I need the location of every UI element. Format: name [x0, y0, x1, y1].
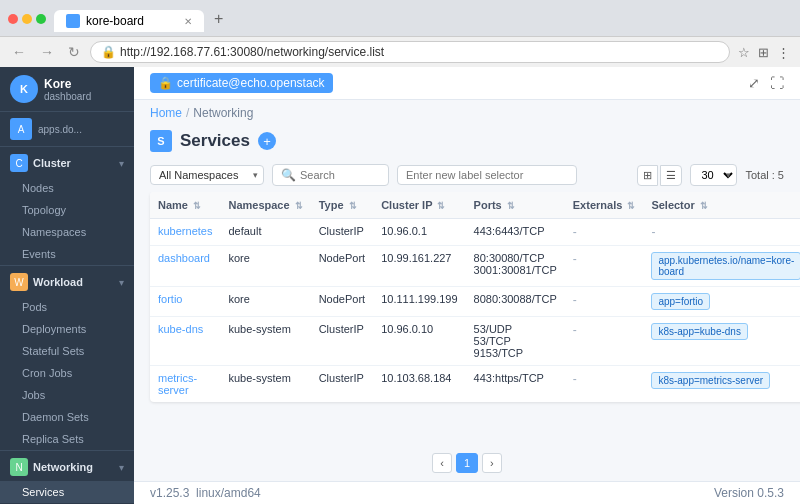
- cell-ports: 443:6443/TCP: [466, 219, 565, 246]
- col-selector[interactable]: Selector ⇅: [643, 192, 800, 219]
- page-header: S Services +: [134, 126, 800, 160]
- maximize-dot[interactable]: [36, 14, 46, 24]
- sidebar-item-pods[interactable]: Pods: [0, 296, 134, 318]
- back-button[interactable]: ←: [8, 42, 30, 62]
- cell-cluster-ip: 10.96.0.10: [373, 317, 465, 366]
- address-bar[interactable]: 🔒 http://192.168.77.61:30080/networking/…: [90, 41, 730, 63]
- new-tab-btn[interactable]: +: [206, 6, 231, 32]
- col-type[interactable]: Type ⇅: [311, 192, 373, 219]
- cell-selector: -: [643, 219, 800, 246]
- close-dot[interactable]: [8, 14, 18, 24]
- next-page-btn[interactable]: ›: [482, 453, 502, 473]
- minimize-dot[interactable]: [22, 14, 32, 24]
- search-input[interactable]: [300, 169, 380, 181]
- breadcrumb-home[interactable]: Home: [150, 106, 182, 120]
- col-name[interactable]: Name ⇅: [150, 192, 220, 219]
- tab-close-btn[interactable]: ✕: [184, 16, 192, 27]
- col-cluster-ip[interactable]: Cluster IP ⇅: [373, 192, 465, 219]
- forward-button[interactable]: →: [36, 42, 58, 62]
- cell-cluster-ip: 10.99.161.227: [373, 246, 465, 287]
- type-sort-icon: ⇅: [349, 201, 357, 211]
- sidebar-item-nodes[interactable]: Nodes: [0, 177, 134, 199]
- fullscreen-btn[interactable]: ⛶: [770, 75, 784, 91]
- sidebar-item-services[interactable]: Services: [0, 481, 134, 503]
- breadcrumb-section: Networking: [193, 106, 253, 120]
- cell-namespace: kore: [220, 287, 310, 317]
- sidebar-item-deployments[interactable]: Deployments: [0, 318, 134, 340]
- col-namespace[interactable]: Namespace ⇅: [220, 192, 310, 219]
- page-title: Services: [180, 131, 250, 151]
- sidebar-item-namespaces[interactable]: Namespaces: [0, 221, 134, 243]
- cell-namespace: kore: [220, 246, 310, 287]
- refresh-button[interactable]: ↻: [64, 42, 84, 62]
- page-1-btn[interactable]: 1: [456, 453, 478, 473]
- cell-selector: app.kubernetes.io/name=kore-board: [643, 246, 800, 287]
- sidebar-item-cronjobs[interactable]: Cron Jobs: [0, 362, 134, 384]
- search-box: 🔍: [272, 164, 389, 186]
- sidebar-item-statefulsets[interactable]: Stateful Sets: [0, 340, 134, 362]
- expand-btn[interactable]: ⤢: [748, 75, 760, 91]
- table-row[interactable]: fortiokoreNodePort10.111.199.1998080:300…: [150, 287, 800, 317]
- selector-sort-icon: ⇅: [700, 201, 708, 211]
- sidebar-section-networking: N Networking ▾ Services Ingresses Endpoi…: [0, 451, 134, 504]
- list-view-btn[interactable]: ☰: [660, 165, 682, 186]
- user-label: apps.do...: [38, 124, 82, 135]
- sidebar-item-jobs[interactable]: Jobs: [0, 384, 134, 406]
- cluster-chevron-icon: ▾: [119, 158, 124, 169]
- user-icon: A: [10, 118, 32, 140]
- cell-selector: k8s-app=metrics-server: [643, 366, 800, 403]
- star-btn[interactable]: ☆: [736, 43, 752, 62]
- col-ports[interactable]: Ports ⇅: [466, 192, 565, 219]
- sidebar-item-events[interactable]: Events: [0, 243, 134, 265]
- workload-chevron-icon: ▾: [119, 277, 124, 288]
- networking-chevron-icon: ▾: [119, 462, 124, 473]
- cell-ports: 8080:30088/TCP: [466, 287, 565, 317]
- cert-icon: 🔒: [158, 76, 173, 90]
- sidebar-section-cluster: C Cluster ▾ Nodes Topology Namespaces Ev…: [0, 147, 134, 266]
- browser-chrome: kore-board ✕ +: [0, 0, 800, 36]
- sidebar-item-daemonsets[interactable]: Daemon Sets: [0, 406, 134, 428]
- tab-favicon: [66, 14, 80, 28]
- address-text: http://192.168.77.61:30080/networking/se…: [120, 45, 384, 59]
- cluster-section-header[interactable]: C Cluster ▾: [0, 147, 134, 177]
- label-selector-input[interactable]: [397, 165, 577, 185]
- networking-section-icon: N: [10, 458, 28, 476]
- breadcrumb-separator: /: [186, 106, 189, 120]
- total-count: Total : 5: [745, 169, 784, 181]
- prev-page-btn[interactable]: ‹: [432, 453, 452, 473]
- sidebar-item-topology[interactable]: Topology: [0, 199, 134, 221]
- browser-actions: ☆ ⊞ ⋮: [736, 43, 792, 62]
- cell-namespace: default: [220, 219, 310, 246]
- grid-view-btn[interactable]: ⊞: [637, 165, 658, 186]
- logo-text: Kore: [44, 77, 91, 91]
- table-row[interactable]: kubernetesdefaultClusterIP10.96.0.1443:6…: [150, 219, 800, 246]
- cell-namespace: kube-system: [220, 317, 310, 366]
- active-tab[interactable]: kore-board ✕: [54, 10, 204, 32]
- table-row[interactable]: dashboardkoreNodePort10.99.161.22780:300…: [150, 246, 800, 287]
- cell-externals: -: [565, 246, 644, 287]
- cluster-section-label: Cluster: [33, 157, 119, 169]
- breadcrumb: Home / Networking: [134, 100, 800, 126]
- networking-section-header[interactable]: N Networking ▾: [0, 451, 134, 481]
- cell-selector: app=fortio: [643, 287, 800, 317]
- cell-externals: -: [565, 287, 644, 317]
- cert-text: certificate@echo.openstack: [177, 76, 325, 90]
- footer-info: v1.25.3 linux/amd64: [150, 486, 261, 500]
- add-service-button[interactable]: +: [258, 132, 276, 150]
- namespace-select[interactable]: All Namespaces: [150, 165, 264, 185]
- sidebar-item-replicasets[interactable]: Replica Sets: [0, 428, 134, 450]
- cell-ports: 80:30080/TCP 3001:30081/TCP: [466, 246, 565, 287]
- page-size-select[interactable]: 30: [690, 164, 737, 186]
- table-container: Name ⇅ Namespace ⇅ Type ⇅ Cluster IP ⇅ P…: [134, 192, 800, 445]
- cell-type: ClusterIP: [311, 219, 373, 246]
- table-row[interactable]: metrics-serverkube-systemClusterIP10.103…: [150, 366, 800, 403]
- workload-section-header[interactable]: W Workload ▾: [0, 266, 134, 296]
- sidebar: K Kore dashboard A apps.do... C Cluster …: [0, 67, 134, 504]
- table-row[interactable]: kube-dnskube-systemClusterIP10.96.0.1053…: [150, 317, 800, 366]
- view-toggle: ⊞ ☰: [637, 165, 682, 186]
- col-externals[interactable]: Externals ⇅: [565, 192, 644, 219]
- logo-subtext: dashboard: [44, 91, 91, 102]
- bookmark-btn[interactable]: ⊞: [756, 43, 771, 62]
- toolbar: All Namespaces 🔍 ⊞ ☰ 30 Total : 5: [134, 160, 800, 192]
- menu-btn[interactable]: ⋮: [775, 43, 792, 62]
